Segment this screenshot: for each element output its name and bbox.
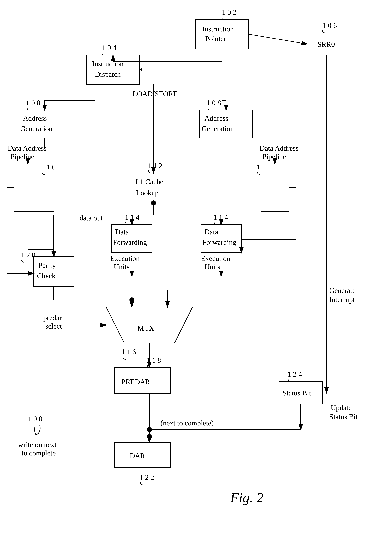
dap-left-2: Pipeline (10, 153, 34, 161)
ref-112: 1 1 2 (148, 162, 162, 170)
data-fwd-left-label2: Forwarding (113, 239, 147, 246)
update-status-1: Update (331, 404, 352, 412)
load-store-label: LOAD/STORE (133, 90, 178, 98)
ip-label1: Instruction (202, 25, 234, 33)
exec-units-right-2: Units (204, 263, 220, 271)
ref-122: 1 2 2 (139, 473, 154, 481)
exec-units-left-1: Execution (110, 254, 140, 262)
status-bit-label: Status Bit (282, 389, 311, 397)
diagram-container: 1 0 2 Instruction Pointer 1 0 6 SRR0 1 0… (0, 0, 392, 547)
parity-check-box (34, 257, 74, 287)
ref-118: 1 1 8 (146, 356, 161, 364)
predar-select-1: predar (43, 314, 62, 322)
instruction-pointer-box (195, 20, 248, 49)
write-next-2: to complete (22, 449, 56, 457)
dispatch-label1: Instruction (92, 60, 124, 68)
dap-left-1: Data Address (8, 144, 47, 152)
dispatch-label2: Dispatch (95, 70, 121, 78)
data-fwd-right-label1: Data (204, 228, 218, 236)
next-complete-label: (next to complete) (160, 419, 214, 427)
addr-gen-right-label1: Address (204, 114, 228, 122)
gen-interrupt-2: Interrupt (329, 296, 355, 304)
ref-102: 1 0 2 (222, 8, 236, 16)
l1-cache-label1: L1 Cache (135, 178, 163, 186)
parity-check-label2: Check (37, 272, 55, 280)
addr-gen-left-label1: Address (23, 114, 47, 122)
ref-108-left: 1 0 8 (26, 99, 40, 107)
pipeline-right-outer (261, 164, 289, 211)
predar-label: PREDAR (121, 378, 150, 386)
srr0-label: SRR0 (317, 40, 335, 48)
ref-124: 1 2 4 (288, 370, 302, 378)
dap-right-1: Data Address (260, 144, 298, 152)
dap-right-2: Pipeline (262, 153, 286, 161)
ref-108-right: 1 0 8 (206, 99, 221, 107)
ref-106: 1 0 6 (322, 21, 337, 29)
pipeline-left-outer (14, 164, 42, 211)
addr-gen-right-label2: Generation (202, 125, 234, 133)
l1-cache-box (131, 173, 176, 203)
fig-label: Fig. 2 (230, 490, 264, 505)
data-out-label: data out (80, 214, 103, 222)
dar-label: DAR (130, 452, 145, 460)
ref-100-label: 1 0 0 (28, 415, 42, 423)
write-next-1: write on next (18, 441, 56, 449)
data-fwd-left-label1: Data (115, 228, 129, 236)
ref-116: 1 1 6 (121, 348, 136, 356)
mux-label: MUX (138, 324, 154, 332)
ip-to-srr0-arrow (248, 34, 307, 44)
update-status-2: Status Bit (329, 413, 358, 421)
parity-check-label1: Parity (38, 261, 56, 269)
exec-units-right-1: Execution (201, 254, 230, 262)
ref-104: 1 0 4 (102, 44, 116, 52)
l1-cache-label2: Lookup (136, 189, 159, 197)
predar-select-2: select (45, 322, 62, 330)
ref-100-curve (35, 425, 40, 434)
addr-gen-left-label2: Generation (20, 125, 53, 133)
junction-mux-dot (129, 297, 134, 302)
exec-units-left-2: Units (114, 263, 130, 271)
ref-110-left: 1 1 0 (41, 163, 56, 171)
gen-interrupt-1: Generate (329, 287, 356, 294)
ip-label2: Pointer (205, 35, 226, 43)
data-fwd-right-label2: Forwarding (202, 239, 236, 246)
ref-114-right: 1 1 4 (213, 213, 228, 221)
dispatch-arrowhead (139, 68, 142, 71)
